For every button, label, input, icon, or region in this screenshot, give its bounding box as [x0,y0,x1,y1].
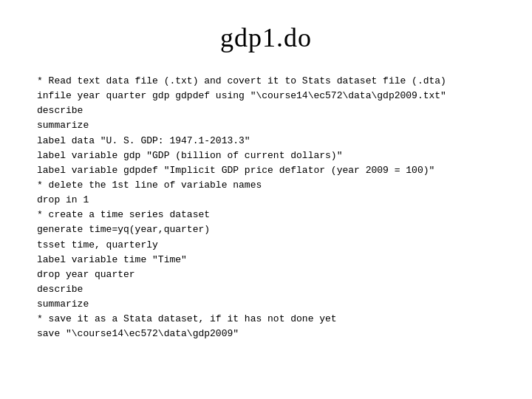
page: gdp1.do * Read text data file (.txt) and… [0,0,532,399]
page-title: gdp1.do [37,22,495,53]
code-content: * Read text data file (.txt) and covert … [37,74,495,342]
